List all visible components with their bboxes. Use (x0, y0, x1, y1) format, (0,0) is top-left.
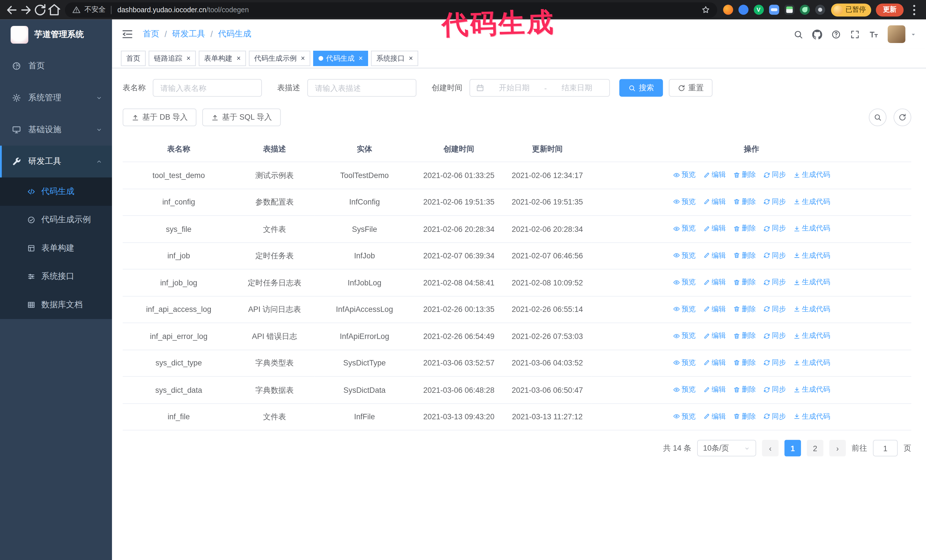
tab-home[interactable]: 首页 (121, 51, 145, 66)
preview-link[interactable]: 预览 (673, 384, 696, 395)
delete-link[interactable]: 删除 (733, 303, 756, 314)
preview-link[interactable]: 预览 (673, 303, 696, 314)
next-page-button[interactable]: › (829, 440, 846, 456)
edit-link[interactable]: 编辑 (703, 384, 726, 395)
prev-page-button[interactable]: ‹ (762, 440, 779, 456)
chevron-down-icon[interactable] (910, 31, 917, 38)
home-icon[interactable] (47, 3, 62, 17)
edit-link[interactable]: 编辑 (703, 357, 726, 368)
sync-link[interactable]: 同步 (763, 330, 786, 341)
delete-link[interactable]: 删除 (733, 169, 756, 180)
generate-code-link[interactable]: 生成代码 (793, 303, 830, 314)
font-size-icon[interactable] (869, 29, 879, 39)
edit-link[interactable]: 编辑 (703, 223, 726, 234)
preview-link[interactable]: 预览 (673, 169, 696, 180)
extension-icon[interactable] (723, 5, 733, 15)
profile-paused-badge[interactable]: 已暂停 (831, 3, 871, 16)
app-logo[interactable]: 芋道管理系统 (0, 20, 112, 50)
forward-icon[interactable] (19, 3, 33, 17)
user-avatar[interactable] (888, 25, 905, 43)
not-secure-warning-icon[interactable] (72, 5, 81, 14)
preview-link[interactable]: 预览 (673, 250, 696, 261)
preview-link[interactable]: 预览 (673, 330, 696, 341)
table-desc-input[interactable] (307, 79, 416, 97)
tab-codegen[interactable]: 代码生成× (313, 51, 368, 66)
import-db-button[interactable]: 基于 DB 导入 (123, 109, 197, 126)
generate-code-link[interactable]: 生成代码 (793, 357, 830, 368)
edit-link[interactable]: 编辑 (703, 169, 726, 180)
reload-icon[interactable] (33, 3, 47, 17)
tab-close-icon[interactable]: × (409, 55, 413, 62)
edit-link[interactable]: 编辑 (703, 196, 726, 207)
back-icon[interactable] (5, 3, 19, 17)
delete-link[interactable]: 删除 (733, 276, 756, 288)
delete-link[interactable]: 删除 (733, 411, 756, 422)
github-icon[interactable] (812, 29, 822, 39)
sidebar-item-db-doc[interactable]: 数据库文档 (0, 291, 112, 319)
tab-codegen-example[interactable]: 代码生成示例× (249, 51, 310, 66)
extension-icon[interactable] (815, 5, 825, 15)
generate-code-link[interactable]: 生成代码 (793, 196, 830, 207)
sync-link[interactable]: 同步 (763, 276, 786, 288)
generate-code-link[interactable]: 生成代码 (793, 250, 830, 261)
extension-icon[interactable] (769, 5, 779, 15)
preview-link[interactable]: 预览 (673, 357, 696, 368)
import-sql-button[interactable]: 基于 SQL 导入 (203, 109, 281, 126)
delete-link[interactable]: 删除 (733, 223, 756, 234)
edit-link[interactable]: 编辑 (703, 250, 726, 261)
fullscreen-icon[interactable] (850, 29, 860, 39)
generate-code-link[interactable]: 生成代码 (793, 169, 830, 180)
sidebar-item-devtools[interactable]: 研发工具 (0, 146, 112, 177)
tab-tracing[interactable]: 链路追踪× (149, 51, 196, 66)
edit-link[interactable]: 编辑 (703, 276, 726, 288)
sync-link[interactable]: 同步 (763, 196, 786, 207)
sidebar-item-home[interactable]: 首页 (0, 50, 112, 82)
tab-close-icon[interactable]: × (236, 55, 241, 62)
delete-link[interactable]: 删除 (733, 250, 756, 261)
bookmark-star-icon[interactable] (701, 5, 710, 14)
question-icon[interactable] (831, 29, 841, 39)
browser-menu-icon[interactable] (907, 3, 921, 17)
breadcrumb-home[interactable]: 首页 (143, 29, 159, 39)
preview-link[interactable]: 预览 (673, 411, 696, 422)
generate-code-link[interactable]: 生成代码 (793, 330, 830, 341)
generate-code-link[interactable]: 生成代码 (793, 276, 830, 288)
search-icon[interactable] (793, 29, 803, 39)
edit-link[interactable]: 编辑 (703, 303, 726, 314)
extension-icon[interactable] (799, 5, 809, 15)
refresh-table-button[interactable] (894, 109, 911, 126)
generate-code-link[interactable]: 生成代码 (793, 223, 830, 234)
delete-link[interactable]: 删除 (733, 196, 756, 207)
page-button-2[interactable]: 2 (807, 440, 823, 456)
breadcrumb-devtools[interactable]: 研发工具 (172, 29, 205, 39)
sync-link[interactable]: 同步 (763, 303, 786, 314)
sidebar-item-system[interactable]: 系统管理 (0, 82, 112, 114)
chrome-update-button[interactable]: 更新 (876, 3, 903, 16)
sync-link[interactable]: 同步 (763, 411, 786, 422)
sync-link[interactable]: 同步 (763, 250, 786, 261)
tab-close-icon[interactable]: × (359, 55, 363, 62)
goto-page-input[interactable] (873, 440, 898, 456)
sync-link[interactable]: 同步 (763, 357, 786, 368)
preview-link[interactable]: 预览 (673, 276, 696, 288)
toggle-search-button[interactable] (869, 109, 887, 126)
reset-button[interactable]: 重置 (669, 79, 712, 97)
sync-link[interactable]: 同步 (763, 169, 786, 180)
delete-link[interactable]: 删除 (733, 384, 756, 395)
tab-form-builder[interactable]: 表单构建× (199, 51, 246, 66)
sidebar-item-codegen-example[interactable]: 代码生成示例 (0, 206, 112, 234)
sync-link[interactable]: 同步 (763, 223, 786, 234)
sidebar-item-infra[interactable]: 基础设施 (0, 114, 112, 146)
tab-close-icon[interactable]: × (301, 55, 305, 62)
extension-icon[interactable] (784, 5, 794, 15)
table-name-input[interactable] (153, 79, 262, 97)
sidebar-item-codegen[interactable]: 代码生成 (0, 177, 112, 206)
sync-link[interactable]: 同步 (763, 384, 786, 395)
extension-icon[interactable] (738, 5, 748, 15)
page-size-select[interactable]: 10条/页 (697, 440, 756, 456)
address-bar[interactable]: 不安全 dashboard.yudao.iocoder.cn/tool/code… (65, 2, 717, 17)
sidebar-toggle-icon[interactable] (121, 28, 133, 40)
extension-icon[interactable] (754, 5, 764, 15)
edit-link[interactable]: 编辑 (703, 330, 726, 341)
sidebar-item-form-builder[interactable]: 表单构建 (0, 234, 112, 262)
